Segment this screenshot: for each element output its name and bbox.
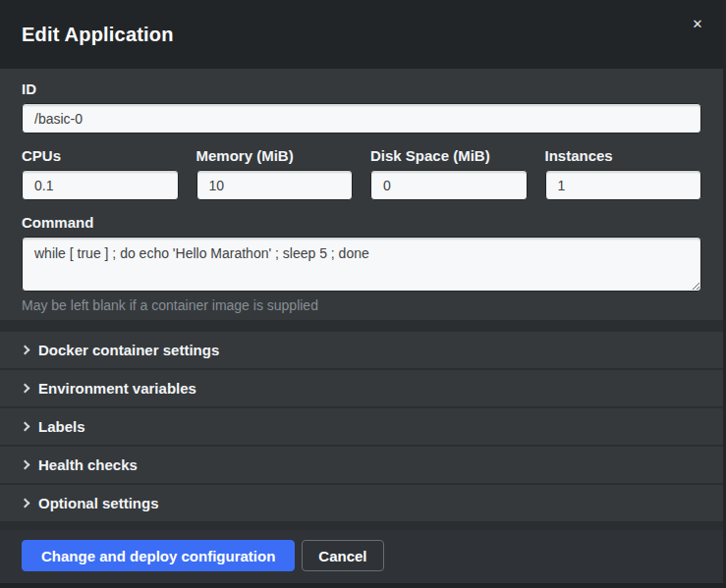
section-labels[interactable]: Labels xyxy=(0,408,723,445)
id-input[interactable] xyxy=(22,103,701,134)
cpus-input[interactable] xyxy=(22,170,179,200)
accordion-sections: Docker container settings Environment va… xyxy=(0,332,723,523)
field-disk: Disk Space (MiB) xyxy=(370,147,528,200)
chevron-right-icon xyxy=(21,422,30,432)
chevron-right-icon xyxy=(21,384,30,394)
section-label: Health checks xyxy=(38,456,138,473)
instances-label: Instances xyxy=(545,147,702,164)
section-label: Labels xyxy=(38,418,85,435)
section-label: Optional settings xyxy=(38,495,159,511)
cancel-button[interactable]: Cancel xyxy=(302,540,383,571)
cpus-label: CPUs xyxy=(22,147,179,164)
memory-input[interactable] xyxy=(196,170,354,200)
section-docker-container-settings[interactable]: Docker container settings xyxy=(0,332,723,368)
section-label: Environment variables xyxy=(38,380,196,397)
field-instances: Instances xyxy=(545,147,702,200)
instances-input[interactable] xyxy=(545,170,702,200)
command-label: Command xyxy=(22,214,701,231)
section-label: Docker container settings xyxy=(38,342,219,358)
disk-label: Disk Space (MiB) xyxy=(370,147,528,164)
field-cpus: CPUs xyxy=(22,147,179,200)
application-form: ID CPUs Memory (MiB) Disk Space (MiB) In… xyxy=(0,69,723,320)
edit-application-modal: Edit Application ✕ ID CPUs Memory (MiB) … xyxy=(0,0,726,588)
field-id: ID xyxy=(22,80,701,134)
chevron-right-icon xyxy=(21,346,30,355)
memory-label: Memory (MiB) xyxy=(196,147,354,164)
chevron-right-icon xyxy=(21,460,30,470)
field-memory: Memory (MiB) xyxy=(196,147,354,200)
command-textarea[interactable]: while [ true ] ; do echo 'Hello Marathon… xyxy=(22,237,701,292)
command-help-text: May be left blank if a container image i… xyxy=(22,297,701,314)
close-icon[interactable]: ✕ xyxy=(687,14,708,35)
id-label: ID xyxy=(22,80,701,97)
page-title: Edit Application xyxy=(22,24,174,46)
section-environment-variables[interactable]: Environment variables xyxy=(0,370,723,406)
modal-footer: Change and deploy configuration Cancel xyxy=(0,530,723,583)
resources-row: CPUs Memory (MiB) Disk Space (MiB) Insta… xyxy=(22,147,701,200)
disk-input[interactable] xyxy=(370,170,528,200)
section-optional-settings[interactable]: Optional settings xyxy=(0,485,723,521)
chevron-right-icon xyxy=(21,499,30,508)
section-health-checks[interactable]: Health checks xyxy=(0,447,723,483)
modal-header: Edit Application ✕ xyxy=(0,0,723,69)
field-command: Command while [ true ] ; do echo 'Hello … xyxy=(22,214,701,314)
change-and-deploy-button[interactable]: Change and deploy configuration xyxy=(22,540,295,571)
